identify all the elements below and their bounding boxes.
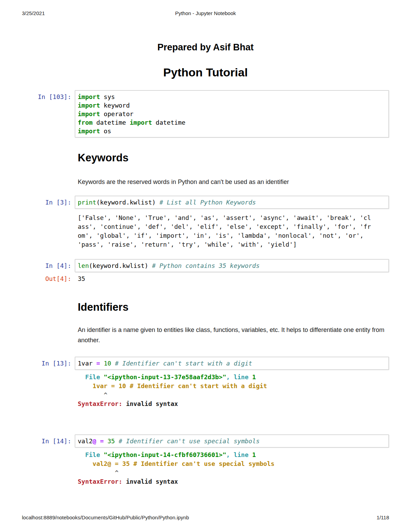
input-prompt: In [13]: [22,357,75,368]
input-prompt: In [14]: [22,434,75,445]
len-output-value: 35 [75,274,85,283]
traceback-invalid-digit: File "<ipython-input-13-37e58aaf2d3b>", … [78,373,389,408]
input-prompt: In [103]: [22,90,75,101]
code-editor-invalid-digit[interactable]: 1var = 10 # Identifier can't start with … [75,357,389,370]
kwlist-output-text: ['False', 'None', 'True', 'and', 'as', '… [78,213,389,249]
code-editor-len-kwlist[interactable]: len(keyword.kwlist) # Python contains 35… [75,259,389,272]
output-prompt: Out[4]: [22,274,75,283]
syntax-error-text: File "<ipython-input-14-cfbf60736601>", … [78,450,389,486]
section-heading-identifiers: Identifiers [78,301,389,313]
code-cell-len-kwlist: In [4]: len(keyword.kwlist) # Python con… [22,259,389,272]
identifiers-description: An identifier is a name given to entitie… [78,325,386,345]
syntax-error-text: File "<ipython-input-13-37e58aaf2d3b>", … [78,373,389,408]
keywords-description: Keywords are the reserved words in Pytho… [78,177,389,187]
notebook-print-page: 3/25/2021 Python - Jupyter Notebook Prep… [0,0,411,532]
section-heading-keywords: Keywords [78,152,389,164]
output-kwlist: ['False', 'None', 'True', 'and', 'as', '… [78,213,389,249]
input-prompt: In [3]: [22,196,75,207]
code-editor-invalid-symbol[interactable]: val2@ = 35 # Identifier can't use specia… [75,434,389,448]
code-editor-imports[interactable]: import sysimport keywordimport operatorf… [75,90,389,138]
traceback-invalid-symbol: File "<ipython-input-14-cfbf60736601>", … [78,450,389,486]
page-number: 1/118 [377,515,389,520]
notebook-content: Prepared by Asif Bhat Python Tutorial In… [0,42,411,486]
code-cell-invalid-symbol: In [14]: val2@ = 35 # Identifier can't u… [22,434,389,448]
page-title: Python Tutorial [22,65,389,79]
notebook-url: localhost:8889/notebooks/Documents/GitHu… [22,515,189,520]
print-footer: localhost:8889/notebooks/Documents/GitHu… [22,515,389,520]
code-cell-print-kwlist: In [3]: print(keyword.kwlist) # List all… [22,196,389,209]
code-cell-invalid-digit: In [13]: 1var = 10 # Identifier can't st… [22,357,389,370]
prepared-by-title: Prepared by Asif Bhat [22,42,389,53]
input-prompt: In [4]: [22,259,75,270]
code-editor-print-kwlist[interactable]: print(keyword.kwlist) # List all Python … [75,196,389,209]
code-cell-imports: In [103]: import sysimport keywordimport… [22,90,389,138]
print-header: 3/25/2021 Python - Jupyter Notebook [22,10,389,16]
print-title: Python - Jupyter Notebook [22,10,389,16]
output-len-kwlist: Out[4]: 35 [22,274,389,283]
